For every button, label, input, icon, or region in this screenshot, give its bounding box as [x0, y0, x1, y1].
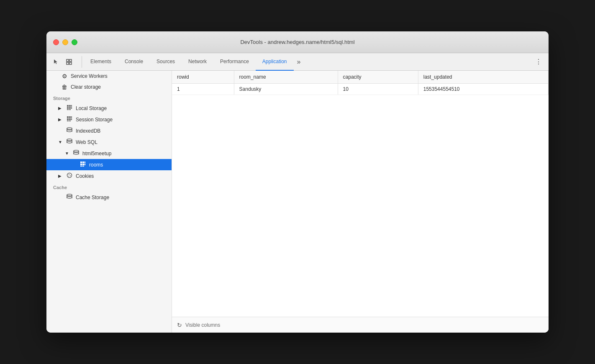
sidebar-item-label: Cookies	[76, 173, 94, 179]
col-last-updated: last_updated	[418, 71, 548, 84]
sidebar-item-clear-storage[interactable]: 🗑 Clear storage	[46, 82, 172, 92]
toolbar: Elements Console Sources Network Perform…	[46, 53, 549, 71]
sidebar-item-label: html5meetup	[82, 151, 111, 156]
svg-rect-33	[82, 164, 84, 165]
main-content: ⚙ Service Workers 🗑 Clear storage Storag…	[46, 71, 549, 333]
sidebar-item-session-storage[interactable]: ▶ Session Storage	[46, 114, 172, 125]
data-table: rowid room_name capacity last_updated 1S…	[172, 71, 549, 317]
db-icon	[66, 138, 73, 146]
sidebar-item-label: Local Storage	[76, 105, 107, 111]
traffic-lights	[53, 39, 77, 45]
arrow-icon: ▶	[58, 174, 63, 178]
svg-rect-0	[67, 59, 69, 62]
svg-rect-7	[67, 107, 69, 109]
tab-application[interactable]: Application	[256, 53, 294, 71]
table-row[interactable]: 1Sandusky101553544554510	[172, 84, 549, 95]
svg-point-39	[70, 175, 71, 176]
svg-rect-4	[67, 105, 69, 107]
cell-rowid: 1	[172, 84, 234, 95]
db-icon	[72, 150, 80, 157]
tab-sources[interactable]: Sources	[150, 53, 182, 71]
tab-elements[interactable]: Elements	[84, 53, 118, 71]
svg-rect-32	[80, 164, 82, 165]
sidebar-item-label: rooms	[89, 162, 103, 168]
cell-last_updated: 1553544554510	[418, 84, 548, 95]
grid-icon	[66, 105, 73, 112]
db-icon	[66, 194, 73, 201]
sidebar-item-label: Web SQL	[76, 139, 97, 145]
more-tabs-button[interactable]: »	[294, 53, 304, 71]
cache-section-header: Cache	[46, 182, 172, 192]
storage-section-header: Storage	[46, 92, 172, 103]
svg-point-38	[69, 174, 69, 175]
arrow-icon: ▼	[58, 140, 63, 144]
svg-rect-14	[71, 116, 72, 118]
sidebar-item-local-storage[interactable]: ▶ Local Storage	[46, 103, 172, 114]
sidebar-item-label: Clear storage	[71, 84, 101, 90]
svg-rect-15	[67, 118, 69, 120]
svg-rect-9	[71, 107, 72, 109]
tab-performance[interactable]: Performance	[213, 53, 256, 71]
minimize-button[interactable]	[62, 39, 68, 45]
svg-rect-13	[69, 116, 71, 118]
svg-rect-35	[80, 166, 82, 167]
svg-point-41	[67, 194, 72, 196]
titlebar: DevTools - andrew.hedges.name/html5/sql.…	[46, 31, 549, 53]
svg-rect-1	[69, 59, 72, 62]
cursor-icon[interactable]	[50, 56, 62, 68]
svg-rect-16	[69, 118, 71, 120]
sidebar-item-label: Session Storage	[76, 117, 113, 123]
arrow-icon: ▶	[58, 106, 63, 110]
window-title: DevTools - andrew.hedges.name/html5/sql.…	[53, 39, 542, 45]
sidebar-item-html5meetup[interactable]: ▼ html5meetup	[46, 148, 172, 159]
sidebar-item-service-workers[interactable]: ⚙ Service Workers	[46, 71, 172, 82]
visible-columns-label[interactable]: Visible columns	[185, 322, 220, 328]
arrow-icon: ▼	[65, 151, 70, 156]
svg-point-26	[74, 150, 79, 152]
db-icon	[66, 127, 73, 134]
sidebar-item-rooms[interactable]: rooms	[46, 159, 172, 170]
svg-rect-19	[69, 120, 71, 121]
close-button[interactable]	[53, 39, 59, 45]
svg-rect-3	[69, 62, 72, 64]
refresh-icon[interactable]: ↻	[177, 322, 182, 328]
svg-rect-12	[67, 116, 69, 118]
table-icon	[79, 161, 87, 168]
col-capacity: capacity	[338, 71, 418, 84]
svg-rect-31	[85, 161, 85, 163]
svg-rect-11	[69, 109, 71, 110]
trash-icon: 🗑	[61, 84, 68, 90]
svg-point-37	[67, 173, 72, 178]
svg-rect-34	[85, 164, 85, 165]
svg-rect-17	[71, 118, 72, 120]
menu-button[interactable]: ⋮	[532, 53, 545, 71]
sidebar-item-cookies[interactable]: ▶ Cookies	[46, 170, 172, 182]
sidebar-item-label: IndexedDB	[76, 128, 100, 134]
tab-console[interactable]: Console	[118, 53, 150, 71]
cell-room_name: Sandusky	[234, 84, 338, 95]
svg-rect-8	[69, 107, 71, 109]
results-table: rowid room_name capacity last_updated 1S…	[172, 71, 549, 95]
sidebar-item-label: Service Workers	[71, 73, 108, 79]
sidebar-item-web-sql[interactable]: ▼ Web SQL	[46, 136, 172, 148]
svg-rect-10	[67, 109, 69, 110]
devtools-window: DevTools - andrew.hedges.name/html5/sql.…	[46, 31, 549, 333]
tab-network[interactable]: Network	[182, 53, 213, 71]
col-room-name: room_name	[234, 71, 338, 84]
service-worker-icon: ⚙	[61, 73, 68, 79]
sidebar-item-label: Cache Storage	[76, 195, 109, 200]
col-rowid: rowid	[172, 71, 234, 84]
cookie-icon	[66, 172, 73, 179]
sidebar: ⚙ Service Workers 🗑 Clear storage Storag…	[46, 71, 172, 333]
svg-rect-6	[71, 105, 72, 107]
arrow-icon: ▶	[58, 117, 63, 122]
maximize-button[interactable]	[72, 39, 77, 45]
toolbar-icons	[50, 56, 82, 68]
sidebar-item-cache-storage[interactable]: Cache Storage	[46, 192, 172, 203]
table-footer: ↻ Visible columns	[172, 317, 549, 333]
inspect-icon[interactable]	[63, 56, 75, 68]
svg-point-23	[67, 139, 72, 141]
cell-capacity: 10	[338, 84, 418, 95]
sidebar-item-indexeddb[interactable]: IndexedDB	[46, 125, 172, 136]
svg-rect-29	[80, 161, 82, 163]
